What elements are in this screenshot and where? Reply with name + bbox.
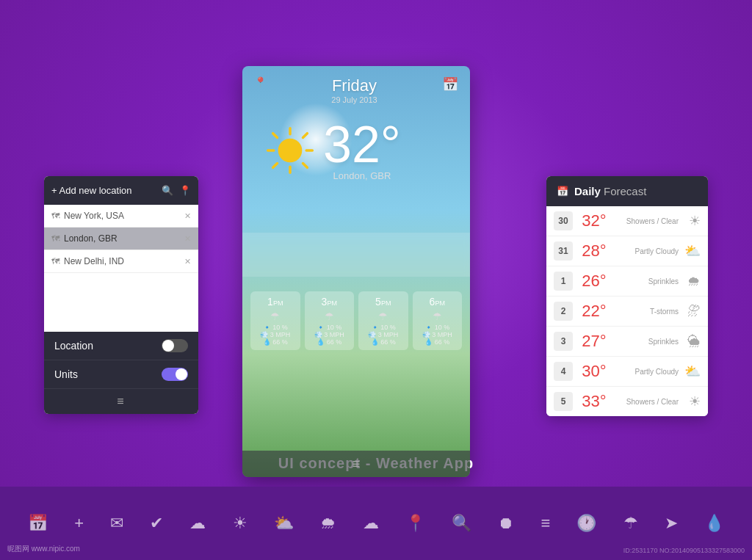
forecast-temp: 22° <box>573 302 615 321</box>
svg-line-7 <box>303 133 308 137</box>
forecast-date: 3 <box>554 332 573 351</box>
umbrella-icon: ☂ <box>416 310 460 322</box>
center-weather-panel: 📍 Friday 29 July 2013 📅 32° London, GBR <box>242 66 470 477</box>
location-toggle[interactable] <box>162 339 188 352</box>
delete-icon[interactable]: ✕ <box>184 257 191 266</box>
rain-stat: 🔹 10 % <box>361 324 405 331</box>
hamburger-icon[interactable]: ≡ <box>352 457 361 472</box>
search-bottom-icon: 🔍 <box>452 514 471 533</box>
toggle-bottom-icon: ⏺ <box>498 514 514 533</box>
forecast-temp: 33° <box>573 392 615 411</box>
humidity-stat: 💧 66 % <box>361 338 405 346</box>
location-item-new-delhi[interactable]: 🗺 New Delhi, IND ✕ <box>44 250 198 273</box>
svg-line-8 <box>273 163 278 167</box>
forecast-description: Showers / Clear <box>615 398 682 406</box>
location-name: New Delhi, IND <box>64 256 180 266</box>
umbrella-icon: ☂ <box>361 310 405 322</box>
umbrella-icon: ☂ <box>253 310 297 322</box>
location-pin-icon[interactable]: 📍 <box>179 185 191 196</box>
toggle-knob <box>162 340 174 352</box>
forecast-temp: 32° <box>573 211 615 230</box>
slot-time: 1PM <box>253 296 297 308</box>
calendar-bottom-icon: 📅 <box>28 514 48 533</box>
menu-bottom-icon: ≡ <box>540 514 550 533</box>
search-icon[interactable]: 🔍 <box>162 185 173 196</box>
period-label: PM <box>327 299 337 307</box>
location-item-new-york[interactable]: 🗺 New York, USA ✕ <box>44 205 198 228</box>
forecast-rows: 30 32° Showers / Clear ☀ 31 28° Partly C… <box>546 206 708 416</box>
weather-icon: 🌧 <box>682 274 701 289</box>
check-bottom-icon: ✔ <box>150 514 163 533</box>
hamburger-menu-icon[interactable]: ≡ <box>117 395 125 408</box>
slot-time: 3PM <box>308 296 352 308</box>
svg-line-6 <box>303 163 308 167</box>
left-panel: + Add new location 🔍 📍 🗺 New York, USA ✕… <box>44 176 198 414</box>
weather-icon: ⛅ <box>682 243 701 259</box>
drop-bottom-icon: 💧 <box>704 514 724 533</box>
weather-icon: ⛈ <box>682 304 701 319</box>
period-label: PM <box>273 299 283 307</box>
arrow-bottom-icon: ➤ <box>665 514 678 533</box>
forecast-description: T-storms <box>615 308 682 316</box>
forecast-temp: 26° <box>573 272 615 291</box>
umbrella-bottom-icon: ☂ <box>623 514 638 533</box>
loc-flag-icon: 🗺 <box>51 257 59 266</box>
location-setting-row: Location <box>44 332 198 360</box>
units-setting-row: Units <box>44 360 198 389</box>
watermark-logo: 昵图网 www.nipic.com <box>7 544 80 554</box>
forecast-row-3: 3 27° Sprinkles 🌦 <box>546 327 708 357</box>
forecast-temp: 30° <box>573 362 615 381</box>
location-label: Location <box>54 340 93 352</box>
forecast-date: 4 <box>554 362 573 381</box>
partly-cloudy-bottom-icon: ⛅ <box>274 514 294 533</box>
location-item-london[interactable]: 🗺 London, GBR ✕ <box>44 228 198 250</box>
location-name: New York, USA <box>64 211 180 221</box>
location-bottom-icon: 📍 <box>405 514 425 533</box>
temperature-display: 32° London, GBR <box>323 119 401 181</box>
loc-flag-icon: 🗺 <box>51 234 59 243</box>
city-name: London, GBR <box>323 170 401 181</box>
date-string: 29 July 2013 <box>331 95 377 104</box>
weather-bottom-bar: ≡ <box>242 451 470 477</box>
rain-bottom-icon: 🌧 <box>320 514 336 533</box>
forecast-slot-3pm: 3PM ☂ 🔹 10 % 💨 3 MPH 💧 66 % <box>305 291 355 350</box>
humidity-stat: 💧 66 % <box>416 338 460 346</box>
sun-temperature-area: 32° London, GBR <box>242 104 470 181</box>
right-forecast-panel: 📅 Daily Forecast 30 32° Showers / Clear … <box>546 176 708 416</box>
hour-label: 5 <box>375 296 381 308</box>
svg-line-5 <box>273 133 278 137</box>
weather-top-bar: 📍 Friday 29 July 2013 📅 <box>242 66 470 104</box>
cloud-bottom-icon: ☁ <box>189 514 206 533</box>
overcast-bottom-icon: ☁ <box>363 514 379 533</box>
loc-flag-icon: 🗺 <box>51 211 59 220</box>
forecast-description: Partly Cloudy <box>615 368 682 376</box>
forecast-panel-title: Daily Forecast <box>574 185 646 197</box>
weather-icon: ☀ <box>682 393 701 410</box>
delete-icon[interactable]: ✕ <box>184 211 191 221</box>
calendar-icon[interactable]: 📅 <box>442 76 458 92</box>
forecast-row-31: 31 28° Partly Cloudy ⛅ <box>546 236 708 266</box>
add-location-button[interactable]: + Add new location <box>51 185 132 196</box>
delete-icon[interactable]: ✕ <box>184 234 191 244</box>
svg-point-0 <box>278 138 303 162</box>
location-empty-space <box>44 273 198 332</box>
panel-header: + Add new location 🔍 📍 <box>44 176 198 205</box>
forecast-row-5: 5 33° Showers / Clear ☀ <box>546 387 708 416</box>
forecast-description: Partly Cloudy <box>615 247 682 255</box>
forecast-date: 2 <box>554 302 573 321</box>
sun-bottom-icon: ☀ <box>233 514 247 533</box>
location-pin-icon: 📍 <box>254 76 267 88</box>
units-toggle[interactable] <box>162 368 188 381</box>
rain-stat: 🔹 10 % <box>416 324 460 331</box>
forecast-temp: 27° <box>573 332 615 351</box>
calendar-icon-small: 📅 <box>557 186 568 197</box>
forecast-description: Sprinkles <box>615 338 682 346</box>
humidity-stat: 💧 66 % <box>308 338 352 346</box>
title-light: Forecast <box>604 185 646 197</box>
location-name: London, GBR <box>64 233 180 244</box>
weather-icon: 🌦 <box>682 334 701 349</box>
hour-label: 1 <box>267 296 273 308</box>
wind-stat: 💨 3 MPH <box>308 331 352 338</box>
wind-stat: 💨 3 MPH <box>416 331 460 338</box>
forecast-slot-6pm: 6PM ☂ 🔹 10 % 💨 3 MPH 💧 66 % <box>413 291 463 350</box>
